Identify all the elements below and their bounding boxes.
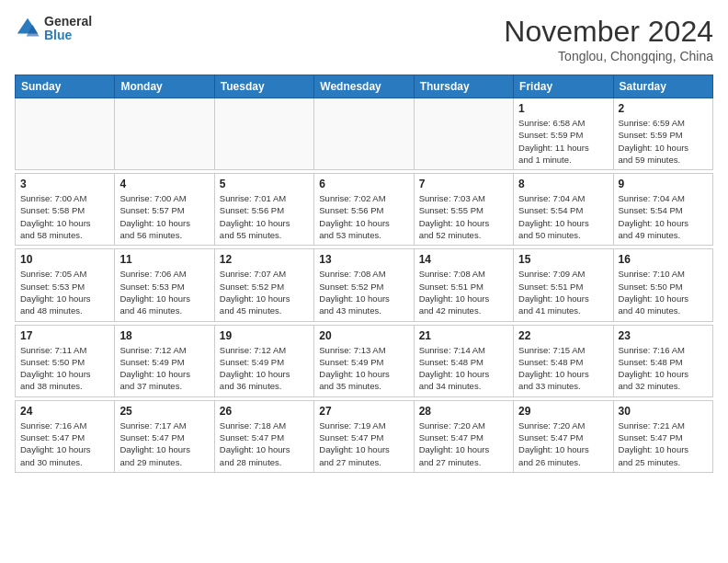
day-info: Sunrise: 7:05 AM Sunset: 5:53 PM Dayligh… (20, 268, 109, 316)
day-number: 13 (319, 253, 408, 266)
logo-general: General (44, 15, 92, 29)
day-number: 22 (518, 329, 608, 342)
day-info: Sunrise: 7:04 AM Sunset: 5:54 PM Dayligh… (619, 192, 708, 241)
day-info: Sunrise: 7:07 AM Sunset: 5:52 PM Dayligh… (220, 268, 309, 316)
day-info: Sunrise: 7:12 AM Sunset: 5:49 PM Dayligh… (119, 344, 209, 393)
calendar-cell (115, 98, 214, 170)
day-info: Sunrise: 7:13 AM Sunset: 5:49 PM Dayligh… (319, 344, 408, 393)
day-info: Sunrise: 7:16 AM Sunset: 5:48 PM Dayligh… (619, 344, 708, 393)
logo-blue: Blue (44, 29, 92, 42)
day-info: Sunrise: 7:04 AM Sunset: 5:54 PM Dayligh… (518, 192, 608, 241)
day-number: 26 (220, 405, 309, 418)
day-number: 18 (119, 329, 209, 342)
day-number: 9 (619, 178, 708, 190)
calendar-cell: 18Sunrise: 7:12 AM Sunset: 5:49 PM Dayli… (115, 325, 214, 396)
calendar-table: SundayMondayTuesdayWednesdayThursdayFrid… (15, 75, 713, 473)
calendar-cell: 10Sunrise: 7:05 AM Sunset: 5:53 PM Dayli… (16, 249, 115, 321)
calendar-cell: 3Sunrise: 7:00 AM Sunset: 5:58 PM Daylig… (16, 174, 115, 246)
calendar-cell: 29Sunrise: 7:20 AM Sunset: 5:47 PM Dayli… (514, 400, 613, 472)
month-title: November 2024 (504, 15, 713, 49)
calendar-cell: 7Sunrise: 7:03 AM Sunset: 5:55 PM Daylig… (414, 174, 513, 246)
calendar-cell: 20Sunrise: 7:13 AM Sunset: 5:49 PM Dayli… (314, 325, 414, 396)
day-info: Sunrise: 7:20 AM Sunset: 5:47 PM Dayligh… (419, 419, 508, 468)
day-number: 7 (419, 178, 508, 190)
weekday-sunday: Sunday (16, 75, 115, 98)
calendar-cell: 24Sunrise: 7:16 AM Sunset: 5:47 PM Dayli… (16, 400, 115, 472)
day-number: 15 (518, 253, 608, 266)
day-info: Sunrise: 7:00 AM Sunset: 5:57 PM Dayligh… (119, 192, 209, 241)
calendar-cell (214, 98, 313, 170)
day-number: 19 (220, 329, 309, 342)
day-number: 6 (319, 178, 408, 190)
day-info: Sunrise: 7:03 AM Sunset: 5:55 PM Dayligh… (419, 192, 508, 241)
day-info: Sunrise: 6:58 AM Sunset: 5:59 PM Dayligh… (518, 117, 608, 166)
weekday-tuesday: Tuesday (214, 75, 313, 98)
page-header: General Blue November 2024 Tonglou, Chon… (15, 15, 713, 63)
calendar-cell: 11Sunrise: 7:06 AM Sunset: 5:53 PM Dayli… (115, 249, 214, 321)
day-info: Sunrise: 7:15 AM Sunset: 5:48 PM Dayligh… (518, 344, 608, 393)
calendar-cell: 9Sunrise: 7:04 AM Sunset: 5:54 PM Daylig… (613, 174, 712, 246)
day-info: Sunrise: 7:17 AM Sunset: 5:47 PM Dayligh… (119, 419, 209, 468)
day-info: Sunrise: 7:11 AM Sunset: 5:50 PM Dayligh… (20, 344, 109, 393)
calendar-cell: 23Sunrise: 7:16 AM Sunset: 5:48 PM Dayli… (613, 325, 712, 396)
day-number: 21 (419, 329, 508, 342)
calendar-cell: 5Sunrise: 7:01 AM Sunset: 5:56 PM Daylig… (214, 174, 313, 246)
day-info: Sunrise: 7:01 AM Sunset: 5:56 PM Dayligh… (220, 192, 309, 241)
day-number: 28 (419, 405, 508, 418)
day-info: Sunrise: 7:09 AM Sunset: 5:51 PM Dayligh… (518, 268, 608, 316)
calendar-week-0: 1Sunrise: 6:58 AM Sunset: 5:59 PM Daylig… (16, 98, 713, 170)
day-info: Sunrise: 7:16 AM Sunset: 5:47 PM Dayligh… (20, 419, 109, 468)
day-info: Sunrise: 7:06 AM Sunset: 5:53 PM Dayligh… (119, 268, 209, 316)
day-number: 14 (419, 253, 508, 266)
calendar-cell: 12Sunrise: 7:07 AM Sunset: 5:52 PM Dayli… (214, 249, 313, 321)
day-number: 30 (619, 405, 708, 418)
calendar-cell: 16Sunrise: 7:10 AM Sunset: 5:50 PM Dayli… (613, 249, 712, 321)
calendar-cell: 8Sunrise: 7:04 AM Sunset: 5:54 PM Daylig… (514, 174, 613, 246)
day-number: 1 (518, 102, 608, 115)
day-number: 27 (319, 405, 408, 418)
day-number: 3 (20, 178, 109, 190)
calendar-week-1: 3Sunrise: 7:00 AM Sunset: 5:58 PM Daylig… (16, 174, 713, 246)
day-number: 20 (319, 329, 408, 342)
day-number: 5 (220, 178, 309, 190)
calendar-cell: 17Sunrise: 7:11 AM Sunset: 5:50 PM Dayli… (16, 325, 115, 396)
day-info: Sunrise: 6:59 AM Sunset: 5:59 PM Dayligh… (619, 117, 708, 166)
day-number: 12 (220, 253, 309, 266)
day-info: Sunrise: 7:14 AM Sunset: 5:48 PM Dayligh… (419, 344, 508, 393)
calendar-cell: 6Sunrise: 7:02 AM Sunset: 5:56 PM Daylig… (314, 174, 414, 246)
day-number: 16 (619, 253, 708, 266)
calendar-cell: 15Sunrise: 7:09 AM Sunset: 5:51 PM Dayli… (514, 249, 613, 321)
weekday-saturday: Saturday (613, 75, 712, 98)
day-info: Sunrise: 7:00 AM Sunset: 5:58 PM Dayligh… (20, 192, 109, 241)
calendar-cell: 14Sunrise: 7:08 AM Sunset: 5:51 PM Dayli… (414, 249, 513, 321)
calendar-cell (414, 98, 513, 170)
calendar-cell: 1Sunrise: 6:58 AM Sunset: 5:59 PM Daylig… (514, 98, 613, 170)
day-info: Sunrise: 7:08 AM Sunset: 5:52 PM Dayligh… (319, 268, 408, 316)
calendar-cell: 25Sunrise: 7:17 AM Sunset: 5:47 PM Dayli… (115, 400, 214, 472)
day-number: 10 (20, 253, 109, 266)
day-number: 11 (119, 253, 209, 266)
day-info: Sunrise: 7:02 AM Sunset: 5:56 PM Dayligh… (319, 192, 408, 241)
weekday-wednesday: Wednesday (314, 75, 414, 98)
calendar-cell (314, 98, 414, 170)
calendar-cell: 22Sunrise: 7:15 AM Sunset: 5:48 PM Dayli… (514, 325, 613, 396)
calendar-week-2: 10Sunrise: 7:05 AM Sunset: 5:53 PM Dayli… (16, 249, 713, 321)
weekday-thursday: Thursday (414, 75, 513, 98)
calendar-cell: 26Sunrise: 7:18 AM Sunset: 5:47 PM Dayli… (214, 400, 313, 472)
logo: General Blue (15, 15, 92, 43)
day-info: Sunrise: 7:20 AM Sunset: 5:47 PM Dayligh… (518, 419, 608, 468)
day-number: 29 (518, 405, 608, 418)
day-info: Sunrise: 7:21 AM Sunset: 5:47 PM Dayligh… (619, 419, 708, 468)
calendar-cell: 28Sunrise: 7:20 AM Sunset: 5:47 PM Dayli… (414, 400, 513, 472)
calendar-cell: 2Sunrise: 6:59 AM Sunset: 5:59 PM Daylig… (613, 98, 712, 170)
weekday-friday: Friday (514, 75, 613, 98)
day-number: 23 (619, 329, 708, 342)
calendar-week-4: 24Sunrise: 7:16 AM Sunset: 5:47 PM Dayli… (16, 400, 713, 472)
title-block: November 2024 Tonglou, Chongqing, China (504, 15, 713, 63)
calendar-body: 1Sunrise: 6:58 AM Sunset: 5:59 PM Daylig… (16, 98, 713, 473)
calendar-cell: 30Sunrise: 7:21 AM Sunset: 5:47 PM Dayli… (613, 400, 712, 472)
calendar-cell: 4Sunrise: 7:00 AM Sunset: 5:57 PM Daylig… (115, 174, 214, 246)
calendar-cell: 13Sunrise: 7:08 AM Sunset: 5:52 PM Dayli… (314, 249, 414, 321)
day-number: 2 (619, 102, 708, 115)
day-number: 24 (20, 405, 109, 418)
